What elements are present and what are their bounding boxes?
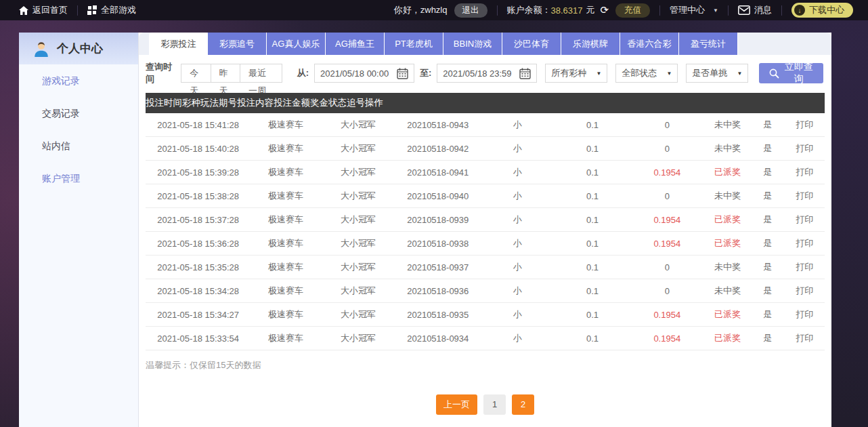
chevron-down-icon: ▼: [737, 70, 742, 77]
cell-chase: 是: [751, 237, 785, 249]
print-link[interactable]: 打印: [785, 166, 825, 178]
table-row: 2021-05-18 15:34:27 极速赛车 大小冠军 20210518-0…: [146, 303, 825, 327]
cell-prize: 0: [630, 120, 704, 130]
print-link[interactable]: 打印: [785, 214, 825, 226]
tab[interactable]: AG真人娱乐: [267, 33, 326, 55]
all-games-label: 全部游戏: [101, 4, 136, 16]
table-header-cell: 期号: [219, 97, 237, 109]
search-button[interactable]: 立即查询: [759, 63, 823, 83]
recharge-button[interactable]: 充值: [615, 3, 650, 18]
tab[interactable]: 彩票投注: [149, 33, 208, 55]
quick-range-button[interactable]: 今天: [181, 64, 211, 83]
cell-play-type: 大小冠军: [321, 119, 395, 131]
cell-prize: 0: [630, 286, 704, 296]
tab[interactable]: PT老虎机: [385, 33, 443, 55]
cell-play-type: 大小冠军: [321, 142, 395, 155]
sidebar-item[interactable]: 账户管理: [19, 162, 138, 195]
table-row: 2021-05-18 15:38:28 极速赛车 大小冠军 20210518-0…: [146, 184, 825, 208]
cell-content: 小: [480, 308, 555, 321]
cell-amount: 0.1: [555, 191, 630, 201]
chevron-down-icon: ▼: [713, 7, 718, 14]
cell-issue: 20210518-0939: [395, 215, 480, 225]
cell-chase: 是: [751, 119, 785, 131]
cell-chase: 是: [751, 214, 785, 226]
print-link[interactable]: 打印: [785, 332, 825, 344]
filter-select[interactable]: 是否单挑 ▼: [686, 64, 748, 83]
tab[interactable]: 彩票追号: [208, 33, 267, 55]
cell-issue: 20210518-0934: [395, 333, 480, 344]
cell-lottery: 极速赛车: [251, 285, 320, 297]
cell-content: 小: [480, 261, 555, 273]
sidebar-item[interactable]: 站内信: [19, 129, 138, 162]
messages-label: 消息: [754, 4, 772, 16]
topbar: 返回首页 全部游戏 你好，zwhzlq 退出 账户余额： 38.6317 元 ⟳…: [0, 0, 868, 20]
tab[interactable]: BBIN游戏: [443, 33, 502, 55]
tab[interactable]: 沙巴体育: [502, 33, 561, 55]
date-from-box: [314, 64, 414, 83]
divider: [659, 5, 660, 16]
avatar: [32, 40, 50, 58]
sidebar-item[interactable]: 交易记录: [19, 97, 138, 129]
cell-status: 未中奖: [704, 261, 750, 273]
cell-status: 已派奖: [704, 214, 750, 226]
print-link[interactable]: 打印: [785, 237, 825, 249]
print-link[interactable]: 打印: [785, 261, 825, 273]
quick-range-button[interactable]: 昨天: [211, 64, 240, 83]
chevron-down-icon: ▼: [666, 70, 672, 77]
refresh-balance-icon[interactable]: ⟳: [601, 4, 609, 16]
cell-lottery: 极速赛车: [251, 166, 320, 178]
all-games-link[interactable]: 全部游戏: [87, 4, 136, 16]
filter-select[interactable]: 所有彩种 ▼: [545, 64, 607, 83]
table-header-cell: 玩法: [200, 97, 219, 109]
print-link[interactable]: 打印: [785, 285, 825, 297]
cell-issue: 20210518-0940: [395, 191, 480, 201]
table-row: 2021-05-18 15:40:28 极速赛车 大小冠军 20210518-0…: [146, 137, 825, 161]
admin-center-menu[interactable]: 管理中心 ▼: [670, 4, 718, 16]
calendar-icon[interactable]: [397, 68, 408, 79]
tab[interactable]: 盈亏统计: [679, 33, 738, 55]
messages-link[interactable]: 消息: [738, 4, 772, 16]
home-link[interactable]: 返回首页: [19, 4, 68, 16]
select-value: 全部状态: [622, 67, 657, 79]
quick-range-button[interactable]: 最近一周: [240, 64, 282, 83]
table-header-cell: 彩种: [182, 97, 200, 109]
table-header-cell: 奖金: [310, 97, 328, 109]
retention-tip: 温馨提示：仅保留15天的数据: [146, 359, 825, 371]
table-header-row: 投注时间 彩种 玩法 期号 投注内容 投注金额 奖金 状态 追号: [146, 93, 825, 113]
download-center-button[interactable]: ↓ 下载中心: [791, 3, 853, 18]
print-link[interactable]: 打印: [785, 142, 825, 155]
table-header-cell: 投注内容: [237, 97, 274, 109]
cell-play-type: 大小冠军: [321, 332, 395, 344]
page-button[interactable]: 2: [512, 394, 534, 415]
cell-content: 小: [480, 190, 555, 202]
cell-play-type: 大小冠军: [321, 214, 395, 226]
cell-amount: 0.1: [555, 120, 630, 130]
cell-chase: 是: [751, 166, 785, 178]
calendar-icon[interactable]: [519, 68, 531, 79]
page-button[interactable]: 上一页: [436, 394, 477, 415]
table-row: 2021-05-18 15:33:54 极速赛车 大小冠军 20210518-0…: [146, 327, 825, 350]
print-link[interactable]: 打印: [785, 119, 825, 131]
table-row: 2021-05-18 15:41:28 极速赛车 大小冠军 20210518-0…: [146, 113, 825, 137]
print-link[interactable]: 打印: [785, 308, 825, 321]
cell-prize: 0.1954: [630, 215, 704, 225]
cell-lottery: 极速赛车: [251, 214, 320, 226]
date-from-input[interactable]: [320, 68, 391, 79]
table-header-cell: 追号: [347, 97, 365, 109]
search-icon: [769, 68, 779, 79]
tab[interactable]: 香港六合彩: [620, 33, 679, 55]
page-button[interactable]: 1: [483, 394, 506, 415]
sidebar-item[interactable]: 游戏记录: [19, 64, 138, 97]
tab[interactable]: AG捕鱼王: [326, 33, 385, 55]
cell-amount: 0.1: [555, 286, 630, 296]
print-link[interactable]: 打印: [785, 190, 825, 202]
cell-issue: 20210518-0936: [395, 286, 480, 296]
filter-select[interactable]: 全部状态 ▼: [615, 64, 678, 83]
cell-content: 小: [480, 332, 555, 344]
cell-amount: 0.1: [555, 239, 630, 249]
cell-play-type: 大小冠军: [321, 190, 395, 202]
logout-button[interactable]: 退出: [454, 3, 487, 18]
tab[interactable]: 乐游棋牌: [561, 33, 620, 55]
date-to-input[interactable]: [443, 68, 513, 79]
cell-lottery: 极速赛车: [251, 142, 320, 155]
